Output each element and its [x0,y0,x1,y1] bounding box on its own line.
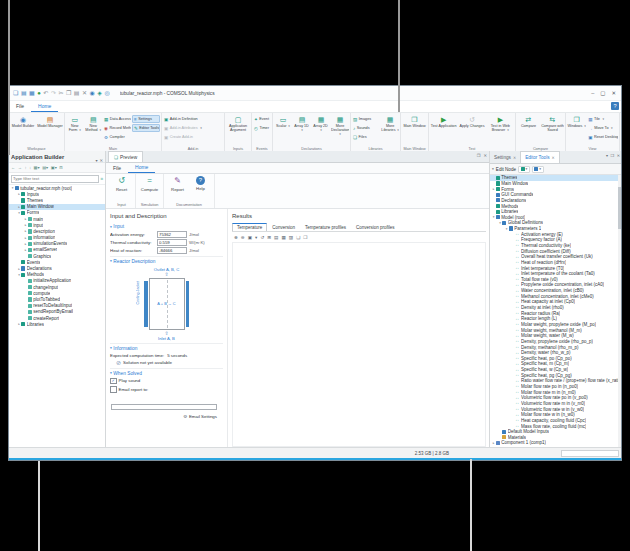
email-settings-row[interactable]: ⚙ Email Settings [110,414,217,419]
test-in-web-browser-button[interactable]: ▶Test in Web Browser ▾ [487,114,514,146]
zoom-out-icon[interactable]: ⊖ [241,235,245,240]
checkbox-checked-icon[interactable]: ✓ [110,378,117,385]
new-form-button[interactable]: ▭New Form ▾ [66,114,84,146]
checkbox-row[interactable]: ✓Play sound [110,378,223,385]
help-icon[interactable]: ? [611,102,619,110]
expander-icon[interactable]: ▾ [505,227,509,231]
copy-image-icon[interactable]: ❐ [303,235,307,240]
array-1d-button[interactable]: ▤Array 1D ▾ [293,114,311,146]
maximize-button[interactable]: ▢ [600,90,605,96]
compare-with-saved-button[interactable]: ⇆Compare with Saved [541,114,564,146]
chevron-down-icon[interactable]: ▾ [110,371,112,375]
minimize-button[interactable]: – [591,90,594,96]
panel-menu-icon[interactable]: ▾ [95,158,97,163]
expander-icon[interactable]: ▾ [11,186,15,190]
more-libraries-button[interactable]: ▦More Libraries ▾ [381,114,399,146]
windows-button[interactable]: ❐Windows ▾ [567,114,586,146]
expander-icon[interactable]: ▸ [24,236,28,240]
graphics-plot-area[interactable] [232,242,486,447]
cut-icon[interactable]: ✂ [58,90,63,96]
filter-input[interactable] [11,175,99,183]
expander-icon[interactable]: ▸ [24,248,28,252]
results-tab-conversion[interactable]: Conversion [267,223,300,231]
panel-menu-icon[interactable]: ▾ [606,153,608,158]
filter-refresh-icon[interactable]: ⌗ [100,176,103,181]
redo-icon[interactable]: ↷ [51,90,56,96]
new-method-button[interactable]: ▤New Method ▾ [85,114,103,146]
show-options-icon[interactable]: ▦▾ [34,165,40,170]
email-report-input[interactable] [111,404,217,411]
field-input[interactable] [157,239,187,246]
model-tree-icon[interactable]: ▣▾ [51,165,57,170]
record-method-button[interactable]: ◉Record Method [103,124,131,132]
expander-icon[interactable]: ▸ [24,223,28,227]
chevron-down-icon[interactable]: ▾ [492,167,494,171]
event-button[interactable]: ✦Event [253,115,271,123]
chevron-down-icon[interactable]: ▾ [110,346,112,350]
close-button[interactable]: ✕ [611,90,616,96]
results-tab-conversion-profiles[interactable]: Conversion profiles [351,223,400,231]
results-tab-temperature[interactable]: Temperature [232,223,267,231]
new-file-icon[interactable]: ❏ [13,90,18,96]
legend-icon[interactable]: ▤ [274,235,278,240]
undo-icon[interactable]: ↶ [43,90,48,96]
report-button[interactable]: ✎Report [168,176,187,192]
tab-preview[interactable]: ❏ Preview [108,151,143,162]
create-add-in-button[interactable]: ▣Create Add-in [163,133,223,141]
help-button[interactable]: ?Help [191,176,210,191]
panel-tab-editor-tools[interactable]: Editor Tools✕ [520,151,560,163]
application-argument-button[interactable]: ▢Application Argument [226,114,250,146]
expander-icon[interactable]: ▸ [24,242,28,246]
tile-button[interactable]: ▦Tile▾ [587,115,618,123]
more-declarations-button[interactable]: ▦More Declarations ▾ [331,114,349,146]
add-in-definition-button[interactable]: ▣Add-in Definition [163,115,223,123]
preview-tab-file[interactable]: File [106,165,128,173]
print-icon[interactable]: ❏ [296,235,300,240]
panel-tab-settings[interactable]: Settings✕ [490,152,520,163]
sounds-button[interactable]: ♪Sounds [352,124,380,132]
float-panel-icon[interactable]: ❐ [611,153,615,158]
float-panel-icon[interactable]: ❐ [477,153,481,158]
close-panel-icon[interactable]: ✕ [483,153,487,158]
field-input[interactable] [157,231,187,238]
expander-icon[interactable]: ▸ [24,217,28,221]
expander-icon[interactable]: ▸ [24,229,28,233]
files-button[interactable]: ❏Files [352,133,380,141]
model-manager-button[interactable]: ▤Model Manager [37,114,63,146]
compare-button[interactable]: ⇄Compare [517,114,540,146]
field-input[interactable] [157,247,187,254]
collapse-all-icon[interactable]: ⊟ [59,165,63,170]
reset-button[interactable]: ↺Reset [112,176,131,192]
timer-button[interactable]: ◴Timer [253,124,271,132]
panel-close-icon[interactable]: ✕ [99,158,103,163]
reset-desktop-button[interactable]: ▣Reset Desktop [587,133,618,141]
editor-tools-button[interactable]: ✎Editor Tools [132,124,160,132]
ribbon-tab-file[interactable]: File [9,103,31,112]
application-builder-icon[interactable]: ◈ [97,90,102,96]
array-2d-button[interactable]: ▦Array 2D ▾ [312,114,330,146]
results-tab-temperature-profiles[interactable]: Temperature profiles [300,223,351,231]
chevron-down-icon[interactable]: ▾ [110,259,112,263]
image-export-icon[interactable]: ▨ [289,235,293,240]
close-tab-icon[interactable]: ✕ [552,155,555,160]
forward-icon[interactable]: → [18,165,22,170]
node-actions-dropdown[interactable]: ▾ [532,166,544,173]
reset-view-icon[interactable]: ↺ [260,235,264,240]
paste-icon[interactable]: ▤ [74,90,80,96]
close-panel-icon[interactable]: ✕ [617,153,620,158]
model-builder-button[interactable]: ◉Model Builder [10,114,36,146]
close-tab-icon[interactable]: ✕ [513,155,516,160]
move-up-icon[interactable]: ↑ [24,165,26,170]
scrollbar[interactable] [618,175,621,449]
search-icon[interactable]: ◎ [104,90,109,96]
tree-item[interactable]: ▸Libraries [9,321,105,327]
axis-settings-icon[interactable]: ⊞ [267,235,271,240]
checkbox-row[interactable]: Email report to: [110,386,223,393]
open-file-icon[interactable]: ▤ [21,90,27,96]
compute-button[interactable]: =Compute [140,176,159,192]
copy-icon[interactable]: ❐ [66,90,71,96]
view-menu-icon[interactable]: ▤▾ [42,165,48,170]
zoom-menu-icon[interactable]: ▾ [255,235,257,240]
record-icon[interactable]: ● [37,90,41,96]
insert-node-dropdown[interactable]: ▾ [518,166,530,173]
